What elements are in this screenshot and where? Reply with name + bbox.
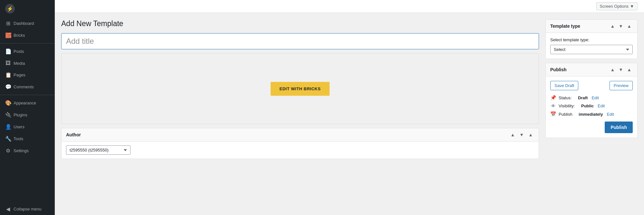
publish-box-header: Publish ▲ ▼ ▲	[546, 63, 637, 76]
visibility-value: Public	[581, 103, 594, 108]
sidebar-item-pages[interactable]: 📋 Pages	[0, 69, 55, 81]
tools-icon: 🔧	[5, 136, 11, 142]
template-type-select[interactable]: Select	[550, 45, 633, 54]
settings-icon: ⚙	[5, 148, 11, 154]
sidebar-item-bricks[interactable]: 🧱 Bricks	[0, 29, 55, 41]
bricks-icon: 🧱	[5, 32, 11, 38]
visibility-label: Visibility:	[559, 103, 575, 108]
sidebar-item-dashboard[interactable]: ⊞ Dashboard	[0, 17, 55, 29]
publish-box-controls: ▲ ▼ ▲	[609, 66, 633, 73]
author-meta-box-title: Author	[66, 132, 81, 137]
publish-button[interactable]: Publish	[605, 122, 633, 133]
template-type-collapse-down-button[interactable]: ▼	[617, 23, 624, 29]
preview-button[interactable]: Preview	[610, 81, 633, 90]
author-meta-box-controls: ▲ ▼ ▲	[509, 132, 534, 138]
calendar-icon: 📅	[550, 111, 556, 117]
template-type-collapse-up-button[interactable]: ▲	[609, 23, 616, 29]
template-type-label: Select template type:	[550, 37, 633, 42]
author-meta-box-body: t2595550 (t2595550)	[62, 142, 539, 159]
author-select[interactable]: t2595550 (t2595550)	[66, 145, 130, 155]
sidebar-item-label: Appearance	[14, 101, 36, 105]
users-icon: 👤	[5, 124, 11, 130]
sidebar-item-settings[interactable]: ⚙ Settings	[0, 145, 55, 157]
publish-time-value: immediately	[579, 112, 603, 117]
sidebar-item-label: Dashboard	[14, 21, 34, 26]
sidebar-item-posts[interactable]: 📄 Posts	[0, 45, 55, 57]
visibility-info-item: 👁 Visibility: Public Edit	[550, 103, 633, 109]
sidebar-item-label: Media	[14, 61, 25, 66]
author-meta-box-header: Author ▲ ▼ ▲	[62, 128, 539, 142]
publish-time-info-item: 📅 Publish immediately Edit	[550, 111, 633, 117]
status-value: Draft	[578, 95, 588, 100]
status-label: Status:	[559, 95, 572, 100]
wp-logo-icon: ⚡	[5, 4, 15, 14]
publish-time-edit-link[interactable]: Edit	[607, 112, 614, 117]
template-type-box-header: Template type ▲ ▼ ▲	[546, 20, 637, 33]
sidebar-item-label: Plugins	[14, 112, 27, 117]
eye-icon: 👁	[550, 103, 556, 109]
sidebar-item-plugins[interactable]: 🔌 Plugins	[0, 109, 55, 121]
page-title: Add New Template	[61, 19, 539, 28]
collapse-menu-button[interactable]: ◀ Collapse menu	[0, 203, 55, 215]
publish-box-collapse-down-button[interactable]: ▼	[617, 66, 624, 73]
sidebar-item-label: Settings	[14, 148, 29, 153]
topbar: Screen Options ▼	[55, 0, 644, 13]
publish-info: 📌 Status: Draft Edit 👁 Visibility: Publi…	[550, 95, 633, 117]
publish-time-label: Publish	[559, 112, 572, 117]
status-edit-link[interactable]: Edit	[591, 95, 599, 100]
pages-icon: 📋	[5, 72, 11, 78]
author-box-collapse-down-button[interactable]: ▼	[518, 132, 525, 138]
publish-box-toggle-button[interactable]: ▲	[626, 66, 633, 73]
sidebar-divider-1	[0, 43, 55, 44]
chevron-down-icon: ▼	[630, 4, 634, 9]
sidebar-item-label: Comments	[14, 84, 34, 89]
posts-icon: 📄	[5, 48, 11, 54]
sidebar-item-comments[interactable]: 💬 Comments	[0, 81, 55, 93]
screen-options-button[interactable]: Screen Options ▼	[596, 2, 638, 10]
sidebar-item-label: Posts	[14, 49, 24, 54]
visibility-edit-link[interactable]: Edit	[598, 103, 605, 108]
edit-with-bricks-button[interactable]: EDIT WITH BRICKS	[271, 82, 330, 96]
author-meta-box: Author ▲ ▼ ▲ t2595550 (t2595550)	[61, 128, 539, 159]
content-area: Add New Template EDIT WITH BRICKS Author…	[55, 13, 644, 215]
comments-icon: 💬	[5, 84, 11, 90]
left-column: Add New Template EDIT WITH BRICKS Author…	[61, 19, 539, 209]
publish-box-body: Save Draft Preview 📌 Status: Draft Edit	[546, 76, 637, 138]
sidebar-divider-2	[0, 95, 55, 95]
media-icon: 🖼	[5, 60, 11, 66]
sidebar-item-appearance[interactable]: 🎨 Appearance	[0, 97, 55, 109]
right-sidebar: Template type ▲ ▼ ▲ Select template type…	[545, 19, 638, 209]
sidebar-item-media[interactable]: 🖼 Media	[0, 57, 55, 69]
pin-icon: 📌	[550, 95, 556, 101]
template-type-box: Template type ▲ ▼ ▲ Select template type…	[545, 19, 638, 59]
template-type-box-title: Template type	[550, 24, 580, 29]
dashboard-icon: ⊞	[5, 20, 11, 26]
appearance-icon: 🎨	[5, 100, 11, 106]
main-content: Screen Options ▼ Add New Template EDIT W…	[55, 0, 644, 215]
publish-box-title: Publish	[550, 67, 567, 72]
sidebar-item-label: Users	[14, 124, 24, 129]
sidebar-logo: ⚡	[0, 0, 55, 17]
author-box-collapse-up-button[interactable]: ▲	[509, 132, 516, 138]
sidebar: ⚡ ⊞ Dashboard 🧱 Bricks 📄 Posts 🖼 Media 📋…	[0, 0, 55, 215]
screen-options-label: Screen Options	[600, 4, 629, 9]
template-type-toggle-button[interactable]: ▲	[626, 23, 633, 29]
publish-box-collapse-up-button[interactable]: ▲	[609, 66, 616, 73]
collapse-icon: ◀	[5, 206, 11, 212]
sidebar-item-label: Pages	[14, 73, 25, 77]
editor-area: EDIT WITH BRICKS	[61, 53, 539, 124]
sidebar-item-label: Bricks	[14, 33, 25, 38]
publish-bottom: Publish	[550, 122, 633, 133]
title-input[interactable]	[61, 33, 539, 49]
save-draft-button[interactable]: Save Draft	[550, 81, 578, 90]
template-type-box-controls: ▲ ▼ ▲	[609, 23, 633, 29]
plugins-icon: 🔌	[5, 112, 11, 118]
sidebar-item-label: Tools	[14, 136, 23, 141]
collapse-label: Collapse menu	[14, 207, 42, 211]
publish-box: Publish ▲ ▼ ▲ Save Draft Preview 📌	[545, 63, 638, 138]
author-box-toggle-button[interactable]: ▲	[527, 132, 534, 138]
template-type-box-body: Select template type: Select	[546, 33, 637, 59]
sidebar-item-users[interactable]: 👤 Users	[0, 121, 55, 133]
sidebar-item-tools[interactable]: 🔧 Tools	[0, 133, 55, 145]
publish-actions: Save Draft Preview	[550, 81, 633, 90]
